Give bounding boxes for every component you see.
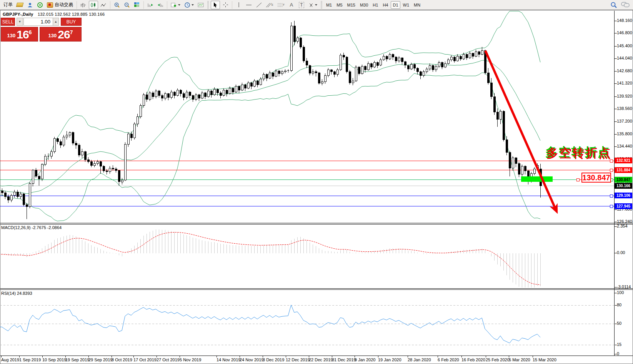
buy-price-sup: 7: [70, 30, 73, 35]
rsi-axis-label: 80: [617, 303, 621, 307]
volume-input[interactable]: 1.00: [23, 18, 53, 26]
date-label: 31 Dec 2019: [332, 357, 356, 362]
price-tick-label: 126.240: [617, 219, 632, 224]
spin-up-icon: ▲: [54, 20, 57, 23]
sell-button[interactable]: SELL: [1, 18, 15, 26]
volume-increase-button[interactable]: ▲: [53, 18, 59, 26]
rsi-label: RSI(14) 24.8393: [1, 291, 32, 296]
macd-axis-label: 0.00: [617, 250, 625, 255]
buy-button-label: BUY: [67, 19, 76, 25]
mt4-terminal: { "toolbar": { "order_label": "订单", "aut…: [0, 0, 633, 364]
symbol-ohlc: 132.015 132.562 128.885 130.166: [38, 12, 105, 17]
buy-button[interactable]: BUY: [61, 18, 82, 26]
date-label: 22 Dec 2019: [309, 357, 333, 362]
rsi-axis-label: 0: [617, 351, 619, 356]
rsi-axis-label: 100: [617, 290, 624, 295]
date-label: 28 Jan 2020: [408, 357, 431, 362]
price-box-annotation[interactable]: 130.847: [581, 173, 611, 183]
price-tick-label: 135.800: [617, 131, 632, 136]
sell-button-label: SELL: [2, 19, 13, 25]
symbol-header: GBPJPY-,Daily 132.015 132.562 128.885 13…: [3, 12, 105, 17]
rsi-axis-label: 15: [617, 342, 621, 347]
price-tick-label: 142.680: [617, 68, 632, 73]
rsi-axis-label: 50: [617, 321, 621, 326]
buy-price-big: 26: [58, 29, 70, 40]
price-tick-label: 134.440: [617, 144, 632, 148]
date-label: 27 Oct 2019: [157, 357, 180, 362]
price-tick-label: 145.400: [617, 43, 632, 48]
date-label: 1 Sep 2019: [19, 357, 41, 362]
price-tag-130.847: 130.847: [615, 177, 632, 183]
sell-price-prefix: 130: [7, 31, 16, 40]
price-tag-127.945: 127.945: [615, 203, 632, 209]
date-label: 14 Nov 2019: [217, 357, 240, 362]
price-tick-label: 146.800: [617, 30, 632, 35]
date-label: 19 Sep 2019: [65, 357, 89, 362]
price-chart-canvas[interactable]: [0, 0, 633, 364]
symbol-name: GBPJPY-,Daily: [3, 12, 33, 17]
macd-axis-label: -3.0114: [617, 284, 631, 289]
buy-price-button[interactable]: 130 26 7: [40, 27, 82, 42]
price-tick-label: 148.160: [617, 18, 632, 23]
date-label: 5 Mar 2020: [509, 357, 530, 362]
price-tag-129.106: 129.106: [615, 193, 632, 198]
price-tick-label: 141.320: [617, 81, 632, 85]
date-label: Aug 2019: [1, 357, 19, 362]
macd-axis-label: 2.354: [617, 224, 628, 228]
volume-decrease-button[interactable]: ▼: [17, 18, 23, 26]
buy-price-prefix: 130: [48, 31, 57, 40]
date-label: 3 Dec 2019: [263, 357, 284, 362]
macd-label: MACD(12,26,9) -2.7675 -2.0864: [1, 225, 62, 230]
sell-price-big: 16: [17, 29, 28, 40]
date-label: 19 Jan 2020: [378, 357, 401, 362]
date-label: 16 Feb 2020: [461, 357, 485, 362]
sell-price-button[interactable]: 130 16 6: [1, 27, 38, 42]
price-tag-131.884: 131.884: [615, 167, 632, 173]
date-label: 12 Dec 2019: [286, 357, 310, 362]
sell-price-sup: 6: [29, 30, 32, 35]
spin-down-icon: ▼: [18, 20, 22, 23]
price-tick-label: 137.200: [617, 119, 632, 123]
date-label: 29 Sep 2019: [88, 357, 112, 362]
date-label: 9 Jan 2020: [355, 357, 375, 362]
price-tag-132.921: 132.921: [615, 158, 632, 163]
price-tick-label: 138.560: [617, 106, 632, 111]
date-label: 5 Nov 2019: [180, 357, 201, 362]
date-label: 15 Mar 2020: [533, 357, 556, 362]
date-label: 25 Feb 2020: [486, 357, 510, 362]
one-click-trading-panel: SELL ▼ 1.00 ▲ BUY 130 16 6 130 26 7: [1, 18, 82, 42]
date-label: 10 Sep 2019: [42, 357, 66, 362]
date-label: 6 Feb 2020: [438, 357, 459, 362]
price-tick-label: 139.920: [617, 94, 632, 98]
price-tick-label: 144.040: [617, 56, 632, 60]
date-label: 17 Oct 2019: [133, 357, 157, 362]
date-label: 24 Nov 2019: [240, 357, 263, 362]
date-label: 8 Oct 2019: [112, 357, 132, 362]
price-tag-130.166: 130.166: [615, 183, 632, 189]
pivot-annotation-text[interactable]: 多空转折点: [546, 145, 612, 161]
